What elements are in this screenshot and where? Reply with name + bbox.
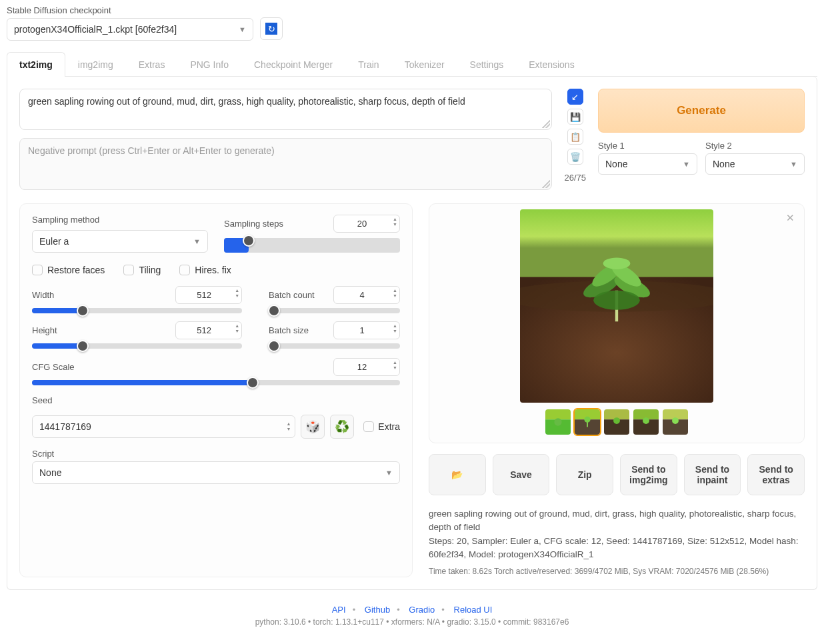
tab-pnginfo[interactable]: PNG Info [177,52,241,77]
main-tabs: txt2img img2img Extras PNG Info Checkpoi… [7,51,817,77]
svg-point-20 [643,417,649,424]
width-slider[interactable] [32,308,242,313]
width-input[interactable]: 512 [175,286,242,304]
sampling-method-select[interactable]: Euler a ▼ [32,230,208,253]
spinner-icon[interactable]: ▲▼ [286,421,291,432]
random-seed-button[interactable]: 🎲 [301,415,325,439]
resize-handle-icon[interactable] [542,120,550,128]
prompt-input[interactable]: green sapling rowing out of ground, mud,… [19,89,552,130]
thumbnail[interactable] [575,409,600,435]
spinner-icon[interactable]: ▲▼ [393,217,397,227]
svg-point-17 [613,417,620,424]
seed-input[interactable]: 1441787169▲▼ [32,415,295,438]
output-image[interactable] [520,209,713,403]
resize-handle-icon[interactable] [542,180,550,188]
batch-size-slider[interactable] [269,343,400,349]
version-info: python: 3.10.6 • torch: 1.13.1+cu117 • x… [7,617,817,627]
thumbnail[interactable] [663,409,688,435]
restore-faces-checkbox[interactable]: Restore faces [32,265,105,275]
seed-label: Seed [32,395,52,405]
output-gallery: ✕ [429,203,805,443]
save-icon: 💾 [570,112,581,122]
sampling-method-label: Sampling method [32,215,208,225]
arrow-icon: ↙ [571,92,579,102]
svg-point-8 [593,291,640,310]
trash-icon: 🗑️ [570,152,581,162]
script-label: Script [32,449,54,459]
spinner-icon[interactable]: ▲▼ [393,360,397,371]
svg-point-14 [584,417,590,423]
close-icon[interactable]: ✕ [786,212,795,224]
sampling-steps-slider[interactable] [224,238,400,253]
chevron-down-icon: ▼ [239,25,246,33]
reuse-seed-button[interactable]: ♻️ [330,415,354,439]
tab-tokenizer[interactable]: Tokenizer [392,52,457,77]
svg-point-11 [554,418,561,425]
tiling-checkbox[interactable]: Tiling [123,265,161,275]
chevron-down-icon: ▼ [683,160,690,168]
tab-img2img[interactable]: img2img [65,52,126,77]
negative-prompt-input[interactable]: Negative prompt (press Ctrl+Enter or Alt… [19,138,552,190]
save-button[interactable]: Save [493,454,550,495]
footer-link-github[interactable]: Github [365,605,390,615]
refresh-checkpoint-button[interactable]: ↻ [260,17,283,40]
chevron-down-icon: ▼ [193,237,201,245]
batch-size-input[interactable]: 1 [333,321,400,339]
thumbnail[interactable] [633,409,659,435]
footer-link-reload[interactable]: Reload UI [454,605,493,615]
thumbnail[interactable] [604,409,629,435]
thumbnail[interactable] [545,409,571,435]
tab-extensions[interactable]: Extensions [516,52,587,77]
dice-icon: 🎲 [305,419,320,434]
cfg-label: CFG Scale [32,362,75,372]
extra-seed-checkbox[interactable]: Extra [363,421,400,432]
generate-button[interactable]: Generate [598,89,805,133]
send-to-img2img-button[interactable]: Send to img2img [620,454,677,495]
height-input[interactable]: 512 [175,321,242,339]
spinner-icon[interactable]: ▲▼ [235,288,239,299]
thumbnail-row [435,409,799,435]
batch-count-input[interactable]: 4 [333,286,400,304]
tab-txt2img[interactable]: txt2img [7,52,65,77]
send-to-extras-button[interactable]: Send to extras [747,454,805,495]
footer: API• Github• Gradio• Reload UI python: 3… [7,605,817,627]
footer-link-gradio[interactable]: Gradio [409,605,435,615]
style1-label: Style 1 [598,141,697,151]
style1-select[interactable]: None ▼ [598,153,697,175]
checkpoint-value: protogenX34OfficialR_1.ckpt [60fe2f34] [14,24,177,35]
open-folder-button[interactable]: 📂 [429,454,486,495]
token-counter: 26/75 [564,173,586,183]
style2-select[interactable]: None ▼ [705,153,805,175]
clear-button[interactable]: 🗑️ [567,149,583,165]
checkpoint-label: Stable Diffusion checkpoint [7,5,253,15]
spinner-icon[interactable]: ▲▼ [393,323,397,334]
tab-settings[interactable]: Settings [457,52,517,77]
interrogate-button[interactable]: ↙ [567,89,583,105]
sampling-steps-input[interactable]: 20 [333,215,400,233]
batch-count-slider[interactable] [269,308,400,313]
batch-size-label: Batch size [269,325,309,335]
paste-button[interactable]: 📋 [567,129,583,145]
sampling-steps-label: Sampling steps [224,219,283,229]
folder-icon: 📂 [451,469,463,480]
batch-count-label: Batch count [269,290,315,300]
zip-button[interactable]: Zip [556,454,613,495]
height-slider[interactable] [32,343,242,349]
spinner-icon[interactable]: ▲▼ [393,288,397,299]
tab-train[interactable]: Train [345,52,391,77]
tab-checkpoint-merger[interactable]: Checkpoint Merger [241,52,345,77]
tab-extras[interactable]: Extras [126,52,178,77]
hires-fix-checkbox[interactable]: Hires. fix [179,265,231,275]
settings-panel: Sampling method Euler a ▼ Sampling steps… [19,203,413,577]
send-to-inpaint-button[interactable]: Send to inpaint [684,454,741,495]
cfg-input[interactable]: 12 [333,358,400,376]
refresh-icon: ↻ [265,23,277,35]
save-prompt-button[interactable]: 💾 [567,109,583,125]
script-select[interactable]: None ▼ [32,461,400,484]
svg-point-7 [603,258,631,269]
style2-label: Style 2 [705,141,805,151]
spinner-icon[interactable]: ▲▼ [235,323,239,334]
checkpoint-select[interactable]: protogenX34OfficialR_1.ckpt [60fe2f34] ▼ [7,18,253,41]
cfg-slider[interactable] [32,380,400,385]
footer-link-api[interactable]: API [332,605,346,615]
